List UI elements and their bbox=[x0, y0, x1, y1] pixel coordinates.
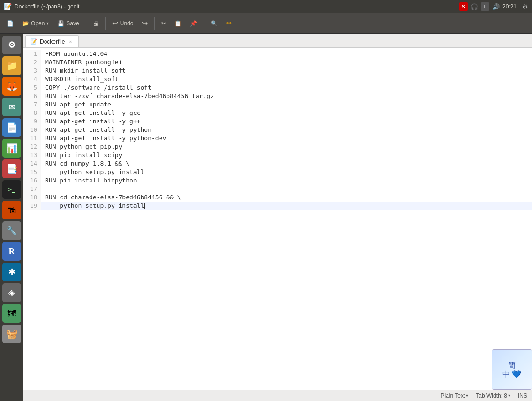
sidebar-app-vmware[interactable]: ◈ bbox=[2, 283, 21, 302]
sidebar-app-sourcetree[interactable]: ✱ bbox=[2, 263, 21, 281]
line-number: 5 bbox=[23, 83, 41, 92]
line-content[interactable]: RUN apt-get install -y gcc bbox=[41, 109, 532, 117]
editor[interactable]: 1FROM ubuntu:14.042MAINTAINER panhongfei… bbox=[23, 48, 532, 390]
text-cursor bbox=[144, 203, 145, 209]
sidebar-app-files[interactable]: 📁 bbox=[2, 56, 21, 75]
table-row: 5COPY ./software /install_soft bbox=[23, 83, 532, 92]
editor-content: 1FROM ubuntu:14.042MAINTAINER panhongfei… bbox=[23, 48, 532, 390]
line-content[interactable]: RUN cd charade-elsa-7bed46b84456 && \ bbox=[41, 193, 532, 202]
save-button[interactable]: 💾 Save bbox=[53, 15, 83, 31]
paste-button[interactable]: 📌 bbox=[186, 15, 201, 31]
table-row: 14RUN cd numpy-1.8.1 && \ bbox=[23, 159, 532, 168]
headset-tray-icon: 🎧 bbox=[471, 3, 478, 10]
sidebar-app-firefox[interactable]: 🦊 bbox=[2, 77, 21, 96]
sidebar-app-terminal[interactable]: >_ bbox=[2, 180, 21, 199]
sidebar-app-mail[interactable]: ✉ bbox=[2, 98, 21, 116]
line-content[interactable]: COPY ./software /install_soft bbox=[41, 83, 532, 92]
sidebar-app-basket[interactable]: 🧺 bbox=[2, 325, 21, 343]
table-row: 7RUN apt-get update bbox=[23, 100, 532, 109]
tab-dockerfile[interactable]: 📝 Dockerfile × bbox=[25, 35, 79, 47]
table-row: 15 python setup.py install bbox=[23, 168, 532, 176]
app-icon: 📝 bbox=[4, 3, 12, 10]
line-number: 17 bbox=[23, 185, 41, 193]
printer-tray-icon: P bbox=[481, 2, 489, 11]
language-selector[interactable]: Plain Text ▾ bbox=[441, 393, 468, 399]
save-label: Save bbox=[66, 20, 79, 27]
cut-icon: ✂ bbox=[161, 20, 166, 27]
sidebar-app-maps[interactable]: 🗺 bbox=[2, 304, 21, 323]
open-button[interactable]: 📂 Open ▾ bbox=[18, 15, 53, 31]
sidebar-app-appstore[interactable]: 🛍 bbox=[2, 201, 21, 219]
line-content[interactable] bbox=[41, 185, 532, 193]
tab-close-button[interactable]: × bbox=[68, 38, 73, 45]
volume-tray-icon: 🔊 bbox=[492, 3, 500, 10]
line-content[interactable]: RUN mkdir install_soft bbox=[41, 67, 532, 75]
redo-button[interactable]: ↪ bbox=[138, 15, 152, 31]
find-button[interactable]: 🔍 bbox=[207, 15, 221, 31]
tab-width-selector[interactable]: Tab Width: 8 ▾ bbox=[476, 393, 510, 399]
window-title: Dockerfile (~/pan3) - gedit bbox=[15, 3, 79, 10]
new-icon: 📄 bbox=[7, 20, 14, 27]
save-icon: 💾 bbox=[57, 20, 64, 27]
tab-file-icon: 📝 bbox=[30, 38, 37, 45]
line-content[interactable]: FROM ubuntu:14.04 bbox=[41, 50, 532, 58]
statusbar: Plain Text ▾ Tab Width: 8 ▾ INS bbox=[23, 390, 532, 401]
line-content[interactable]: WORKDIR install_soft bbox=[41, 75, 532, 83]
line-number: 4 bbox=[23, 75, 41, 83]
line-number: 13 bbox=[23, 151, 41, 159]
language-label: Plain Text bbox=[441, 393, 465, 399]
line-number: 10 bbox=[23, 126, 41, 134]
line-content[interactable]: python setup.py install bbox=[41, 168, 532, 176]
sidebar-app-impress[interactable]: 📑 bbox=[2, 159, 21, 178]
separator-1 bbox=[86, 17, 86, 30]
table-row: 8RUN apt-get install -y gcc bbox=[23, 109, 532, 117]
system-settings-tray-icon[interactable]: ⚙ bbox=[522, 3, 528, 10]
line-content[interactable]: MAINTAINER panhongfei bbox=[41, 58, 532, 67]
skype-tray-icon: S bbox=[459, 2, 468, 11]
sidebar-app-settings[interactable]: 🔧 bbox=[2, 221, 21, 240]
line-number: 12 bbox=[23, 143, 41, 151]
tools-icon: ✏ bbox=[226, 19, 232, 28]
line-content[interactable]: RUN apt-get install -y python-dev bbox=[41, 134, 532, 143]
line-content[interactable]: RUN cd numpy-1.8.1 && \ bbox=[41, 159, 532, 168]
separator-3 bbox=[154, 17, 155, 30]
sidebar-app-calc[interactable]: 📊 bbox=[2, 139, 21, 158]
line-content[interactable]: RUN apt-get update bbox=[41, 100, 532, 109]
line-number: 2 bbox=[23, 58, 41, 67]
copy-button[interactable]: 📋 bbox=[171, 15, 185, 31]
table-row: 3RUN mkdir install_soft bbox=[23, 67, 532, 75]
sidebar: ⚙ 📁 🦊 ✉ 📄 📊 📑 >_ 🛍 🔧 R ✱ ◈ 🗺 🧺 bbox=[0, 34, 23, 390]
line-content[interactable]: python setup.py install bbox=[41, 202, 532, 210]
line-number: 14 bbox=[23, 159, 41, 168]
tab-filename: Dockerfile bbox=[40, 38, 65, 45]
titlebar: 📝 Dockerfile (~/pan3) - gedit S 🎧 P 🔊 20… bbox=[0, 0, 532, 13]
print-button[interactable]: 🖨 bbox=[89, 15, 102, 31]
line-number: 7 bbox=[23, 100, 41, 109]
table-row: 4WORKDIR install_soft bbox=[23, 75, 532, 83]
cut-button[interactable]: ✂ bbox=[158, 15, 170, 31]
undo-label: Undo bbox=[120, 20, 134, 27]
line-content[interactable]: RUN apt-get install -y g++ bbox=[41, 117, 532, 126]
table-row: 10RUN apt-get install -y python bbox=[23, 126, 532, 134]
separator-2 bbox=[105, 17, 106, 30]
undo-button[interactable]: ↩ Undo bbox=[108, 15, 137, 31]
line-number: 15 bbox=[23, 168, 41, 176]
table-row: 9RUN apt-get install -y g++ bbox=[23, 117, 532, 126]
tab-width-label: Tab Width: 8 bbox=[476, 393, 507, 399]
sidebar-app-writer[interactable]: 📄 bbox=[2, 118, 21, 137]
open-label: Open bbox=[31, 20, 45, 27]
line-content[interactable]: RUN pip install biopython bbox=[41, 176, 532, 185]
line-content[interactable]: RUN python get-pip.py bbox=[41, 143, 532, 151]
line-content[interactable]: RUN tar -zxvf charade-elsa-7bed46b84456.… bbox=[41, 92, 532, 100]
tray-area: S 🎧 P 🔊 20:21 ⚙ bbox=[459, 2, 528, 11]
sidebar-app-system[interactable]: ⚙ bbox=[2, 36, 21, 54]
sidebar-app-rstudio[interactable]: R bbox=[2, 242, 21, 261]
new-button[interactable]: 📄 bbox=[3, 15, 17, 31]
line-content[interactable]: RUN apt-get install -y python bbox=[41, 126, 532, 134]
tools-button[interactable]: ✏ bbox=[222, 15, 236, 31]
line-content[interactable]: RUN pip install scipy bbox=[41, 151, 532, 159]
undo-icon: ↩ bbox=[112, 19, 118, 28]
toolbar: 📄 📂 Open ▾ 💾 Save 🖨 ↩ Undo ↪ ✂ 📋 📌 🔍 ✏ bbox=[0, 13, 532, 34]
clock: 20:21 bbox=[502, 3, 519, 10]
paste-icon: 📌 bbox=[190, 20, 197, 27]
